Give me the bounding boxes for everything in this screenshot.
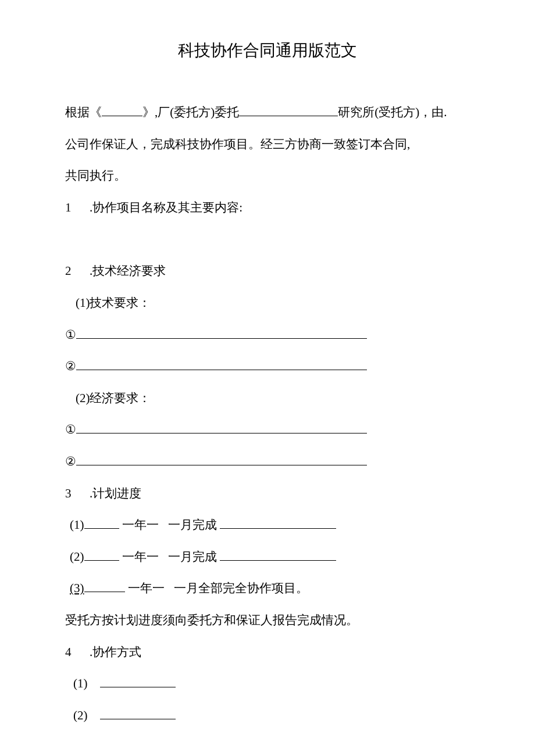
section-3: 3.计划进度 bbox=[65, 478, 470, 510]
page-title: 科技协作合同通用版范文 bbox=[65, 40, 470, 62]
s3-r2-b: 一年一 bbox=[122, 550, 159, 564]
s1-label: .协作项目名称及其主要内容: bbox=[90, 192, 242, 224]
document-body: 根据《》,厂(委托方)委托研究所(受托方)，由. 公司作保证人，完成科技协作项目… bbox=[65, 96, 470, 731]
circ-3: ① bbox=[65, 422, 76, 436]
section-1: 1.协作项目名称及其主要内容: bbox=[65, 192, 470, 224]
s2-econ-2: ② bbox=[65, 446, 470, 478]
s3-note: 受托方按计划进度须向委托方和保证人报告完成情况。 bbox=[65, 604, 470, 636]
blank-r2-yr bbox=[84, 560, 119, 561]
s3-row-1: (1) 一年一 一月完成 bbox=[65, 509, 470, 541]
blank-econ-1 bbox=[76, 433, 367, 433]
s2-num: 2 bbox=[65, 255, 90, 287]
s3-r1-c: 一月完成 bbox=[168, 518, 217, 532]
blank-r3-yr bbox=[84, 592, 125, 592]
s3-r3-a: (3) bbox=[70, 581, 84, 595]
blank-r1-yr bbox=[84, 528, 119, 529]
s4-i2: (2) bbox=[73, 708, 88, 722]
s2-econ-label: (2)经济要求： bbox=[65, 382, 470, 414]
blank-s4-1 bbox=[100, 687, 176, 687]
s3-r2-c: 一月完成 bbox=[168, 550, 217, 564]
s4-label: .协作方式 bbox=[90, 636, 141, 668]
blank-econ-2 bbox=[76, 465, 367, 465]
s3-r1-b: 一年一 bbox=[122, 518, 159, 532]
s3-num: 3 bbox=[65, 478, 90, 510]
s3-r2-a: (2) bbox=[70, 550, 84, 564]
s4-num: 4 bbox=[65, 636, 90, 668]
s2-tech-label: (1)技术要求： bbox=[65, 287, 470, 319]
blank-institute bbox=[239, 116, 338, 116]
blank-s4-2 bbox=[100, 719, 176, 719]
section-4: 4.协作方式 bbox=[65, 636, 470, 668]
s3-r3-b: 一年一 bbox=[128, 581, 165, 595]
s4-item-2: (2) bbox=[65, 700, 470, 732]
s3-r3-c: 一月全部完全协作项目。 bbox=[174, 581, 308, 595]
s2-label: .技术经济要求 bbox=[90, 255, 166, 287]
section-2: 2.技术经济要求 bbox=[65, 255, 470, 287]
s3-row-3: (3) 一年一 一月全部完全协作项目。 bbox=[65, 572, 470, 604]
blank-r2-task bbox=[220, 560, 336, 561]
intro-l1-a: 根据《 bbox=[65, 105, 102, 119]
intro-line-1: 根据《》,厂(委托方)委托研究所(受托方)，由. bbox=[65, 96, 470, 128]
intro-line-3: 共同执行。 bbox=[65, 160, 470, 192]
s2-econ-1: ① bbox=[65, 414, 470, 446]
circ-2: ② bbox=[65, 359, 76, 373]
s2-tech-1: ① bbox=[65, 319, 470, 351]
s4-i1: (1) bbox=[73, 676, 88, 690]
blank-tech-2 bbox=[76, 370, 367, 370]
blank-basis bbox=[102, 116, 142, 116]
s3-r1-a: (1) bbox=[70, 518, 84, 532]
s1-num: 1 bbox=[65, 192, 90, 224]
circ-1: ① bbox=[65, 328, 76, 342]
blank-r1-task bbox=[220, 528, 336, 529]
s3-label: .计划进度 bbox=[90, 478, 141, 510]
s4-item-1: (1) bbox=[65, 668, 470, 700]
blank-tech-1 bbox=[76, 338, 367, 339]
intro-l1-c: 研究所(受托方)，由. bbox=[338, 105, 447, 119]
intro-l1-b: 》,厂(委托方)委托 bbox=[142, 105, 239, 119]
s2-tech-2: ② bbox=[65, 350, 470, 382]
circ-4: ② bbox=[65, 454, 76, 468]
s3-row-2: (2) 一年一 一月完成 bbox=[65, 541, 470, 573]
intro-line-2: 公司作保证人，完成科技协作项目。经三方协商一致签订本合同, bbox=[65, 128, 470, 160]
